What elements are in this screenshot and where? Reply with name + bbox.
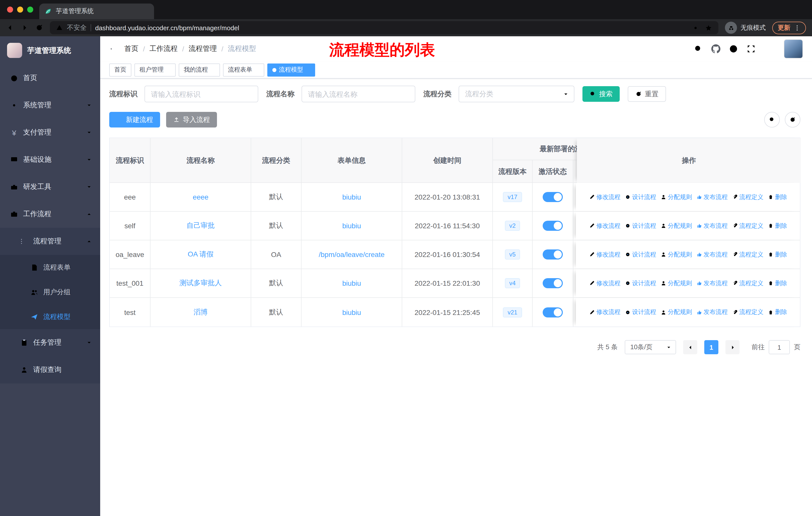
design-process-link[interactable]: 设计流程 (625, 250, 656, 259)
active-toggle[interactable] (543, 307, 563, 317)
reset-button[interactable]: 重置 (628, 86, 666, 102)
edit-process-link[interactable]: 修改流程 (589, 279, 620, 288)
goto-page-input[interactable] (769, 340, 790, 354)
process-definition-link[interactable]: 流程定义 (732, 279, 763, 288)
design-process-link[interactable]: 设计流程 (625, 221, 656, 230)
toggle-search-button[interactable] (764, 112, 780, 128)
forward-icon[interactable] (21, 24, 29, 32)
page-size-select[interactable]: 10条/页 (625, 340, 676, 354)
sidebar-item-payment[interactable]: ¥ 支付管理 (0, 119, 100, 146)
sidebar-item-infra[interactable]: 基础设施 (0, 146, 100, 173)
sidebar-item-process-model[interactable]: 流程模型 (0, 304, 100, 329)
assign-rule-link[interactable]: 分配规则 (660, 193, 692, 201)
tag-process-form[interactable]: 流程表单 (223, 63, 264, 76)
version-badge[interactable]: v2 (505, 221, 520, 231)
edit-process-link[interactable]: 修改流程 (589, 308, 620, 317)
version-badge[interactable]: v5 (505, 249, 520, 260)
delete-link[interactable]: 删除 (767, 250, 787, 259)
sidebar-item-process-form[interactable]: 流程表单 (0, 255, 100, 280)
process-definition-link[interactable]: 流程定义 (732, 250, 763, 259)
process-name-link[interactable]: 滔博 (194, 308, 208, 317)
breadcrumb-home[interactable]: 首页 (124, 44, 139, 53)
next-page-button[interactable] (725, 340, 740, 354)
form-info-link[interactable]: /bpm/oa/leave/create (319, 250, 385, 259)
form-info-link[interactable]: biubiu (342, 279, 361, 287)
window-minimize-button[interactable] (17, 6, 23, 12)
design-process-link[interactable]: 设计流程 (625, 193, 656, 201)
publish-process-link[interactable]: 发布流程 (696, 308, 728, 317)
fullscreen-icon[interactable] (747, 44, 756, 53)
version-badge[interactable]: v17 (503, 192, 522, 202)
tag-process-model[interactable]: 流程模型 (267, 63, 315, 76)
update-button[interactable]: 更新 (772, 21, 806, 34)
sidebar-item-process-management[interactable]: 流程管理 (0, 228, 100, 255)
assign-rule-link[interactable]: 分配规则 (660, 221, 692, 230)
sidebar-item-task-management[interactable]: 任务管理 (0, 329, 100, 356)
tag-my-process[interactable]: 我的流程 (179, 63, 220, 76)
form-info-link[interactable]: biubiu (342, 193, 361, 201)
sidebar-item-devtools[interactable]: 研发工具 (0, 173, 100, 200)
search-icon[interactable] (694, 44, 703, 53)
font-size-icon[interactable] (764, 44, 773, 53)
import-process-button[interactable]: 导入流程 (166, 112, 217, 128)
prev-page-button[interactable] (683, 340, 697, 354)
sidebar-item-home[interactable]: 首页 (0, 64, 100, 92)
password-key-icon[interactable] (693, 24, 701, 31)
edit-process-link[interactable]: 修改流程 (589, 221, 620, 230)
sidebar-fold-icon[interactable] (109, 45, 117, 53)
form-info-link[interactable]: biubiu (342, 308, 361, 316)
sidebar-item-user-group[interactable]: 用户分组 (0, 280, 100, 304)
tag-home[interactable]: 首页 (109, 63, 132, 76)
window-zoom-button[interactable] (27, 6, 33, 12)
process-definition-link[interactable]: 流程定义 (732, 221, 763, 230)
refresh-table-button[interactable] (785, 112, 801, 128)
version-badge[interactable]: v4 (505, 278, 520, 288)
breadcrumb-workflow[interactable]: 工作流程 (149, 44, 178, 53)
edit-process-link[interactable]: 修改流程 (589, 193, 620, 201)
process-name-link[interactable]: 测试多审批人 (179, 279, 222, 288)
delete-link[interactable]: 删除 (767, 308, 787, 317)
active-toggle[interactable] (543, 221, 563, 231)
github-icon[interactable] (711, 44, 720, 53)
process-definition-link[interactable]: 流程定义 (732, 308, 763, 317)
assign-rule-link[interactable]: 分配规则 (660, 279, 692, 288)
reload-icon[interactable] (35, 24, 43, 32)
process-name-link[interactable]: eeee (193, 193, 208, 201)
form-info-link[interactable]: biubiu (342, 222, 361, 230)
process-name-link[interactable]: 自己审批 (186, 221, 215, 230)
active-toggle[interactable] (543, 249, 563, 260)
sidebar-item-workflow[interactable]: 工作流程 (0, 200, 100, 228)
publish-process-link[interactable]: 发布流程 (696, 221, 728, 230)
sidebar-item-system[interactable]: 系统管理 (0, 92, 100, 119)
delete-link[interactable]: 删除 (767, 221, 787, 230)
active-toggle[interactable] (543, 278, 563, 288)
design-process-link[interactable]: 设计流程 (625, 279, 656, 288)
url-text[interactable]: dashboard.yudao.iocoder.cn/bpm/manager/m… (95, 24, 689, 31)
sidebar-item-leave-query[interactable]: 请假查询 (0, 356, 100, 383)
process-category-select[interactable]: 流程分类 (459, 86, 574, 102)
active-toggle[interactable] (543, 192, 563, 202)
security-label[interactable]: 不安全 (67, 23, 87, 32)
browser-menu-icon[interactable] (794, 24, 801, 31)
process-name-input[interactable] (301, 86, 415, 102)
process-definition-link[interactable]: 流程定义 (732, 193, 763, 201)
search-button[interactable]: 搜索 (582, 86, 620, 102)
close-icon[interactable] (210, 67, 215, 72)
back-icon[interactable] (6, 24, 14, 32)
browser-tab[interactable]: 芋道管理系统 (39, 3, 154, 19)
publish-process-link[interactable]: 发布流程 (696, 193, 728, 201)
close-icon[interactable] (306, 67, 310, 72)
breadcrumb-process-management[interactable]: 流程管理 (189, 44, 217, 53)
process-name-link[interactable]: OA 请假 (188, 250, 214, 259)
close-icon[interactable] (255, 67, 259, 72)
tab-close-icon[interactable] (141, 7, 149, 16)
design-process-link[interactable]: 设计流程 (625, 308, 656, 317)
new-tab-button[interactable] (160, 8, 167, 16)
close-icon[interactable] (166, 67, 171, 72)
version-badge[interactable]: v21 (503, 307, 522, 317)
page-1-button[interactable]: 1 (704, 340, 718, 354)
user-avatar[interactable] (784, 39, 803, 58)
assign-rule-link[interactable]: 分配规则 (660, 308, 692, 317)
help-icon[interactable] (729, 44, 738, 53)
publish-process-link[interactable]: 发布流程 (696, 279, 728, 288)
